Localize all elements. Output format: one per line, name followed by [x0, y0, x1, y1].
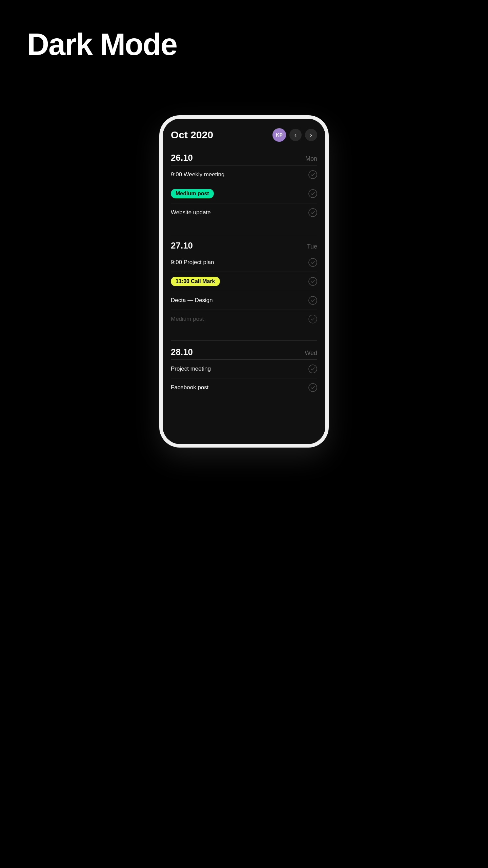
task-label: Website update: [171, 209, 211, 216]
day-name-28: Wed: [305, 350, 317, 357]
day-header-26: 26.10 Mon: [171, 153, 317, 163]
task-label-strikethrough: Medium post: [171, 316, 204, 322]
check-icon: [308, 258, 317, 267]
svg-point-2: [309, 209, 317, 217]
day-section-28: 28.10 Wed Project meeting Facebook post: [171, 347, 317, 397]
check-icon: [308, 208, 317, 217]
task-label: 9:00 Weekly meeting: [171, 171, 224, 178]
task-label: 9:00 Project plan: [171, 259, 214, 266]
task-badge-green: Medium post: [171, 189, 214, 198]
section-separator: [171, 340, 317, 341]
task-item[interactable]: Medium post: [171, 310, 317, 328]
calendar-header: Oct 2020 KP ‹ ›: [171, 128, 317, 142]
day-header-28: 28.10 Wed: [171, 347, 317, 357]
phone-mockup: Oct 2020 KP ‹ › 26.10 Mon 9:00 Weekly me…: [159, 115, 329, 448]
day-section-26: 26.10 Mon 9:00 Weekly meeting Medium pos…: [171, 153, 317, 222]
check-icon: [308, 296, 317, 305]
month-year-label: Oct 2020: [171, 129, 213, 141]
day-section-27: 27.10 Tue 9:00 Project plan 11:00 Call M…: [171, 240, 317, 328]
section-separator: [171, 234, 317, 234]
next-month-button[interactable]: ›: [305, 129, 317, 141]
check-icon: [308, 383, 317, 392]
svg-point-3: [309, 258, 317, 267]
svg-point-1: [309, 190, 317, 198]
header-controls: KP ‹ ›: [272, 128, 317, 142]
check-icon: [308, 170, 317, 179]
task-badge-yellow: 11:00 Call Mark: [171, 277, 220, 286]
svg-point-7: [309, 365, 317, 373]
check-icon: [308, 315, 317, 323]
day-name-26: Mon: [305, 155, 317, 162]
task-label: Decta — Design: [171, 297, 213, 304]
app-container: Oct 2020 KP ‹ › 26.10 Mon 9:00 Weekly me…: [163, 119, 325, 444]
task-item[interactable]: Website update: [171, 203, 317, 222]
day-name-27: Tue: [307, 243, 317, 250]
phone-screen: Oct 2020 KP ‹ › 26.10 Mon 9:00 Weekly me…: [163, 119, 325, 444]
svg-point-5: [309, 296, 317, 304]
task-item[interactable]: 9:00 Weekly meeting: [171, 165, 317, 184]
svg-point-4: [309, 277, 317, 285]
task-item[interactable]: Decta — Design: [171, 291, 317, 310]
avatar[interactable]: KP: [272, 128, 286, 142]
svg-point-8: [309, 383, 317, 392]
task-label: Facebook post: [171, 384, 209, 391]
check-icon: [308, 364, 317, 373]
section-gap: [171, 229, 317, 234]
day-date-26: 26.10: [171, 153, 193, 163]
task-item[interactable]: 9:00 Project plan: [171, 253, 317, 272]
section-gap: [171, 335, 317, 340]
day-header-27: 27.10 Tue: [171, 240, 317, 251]
task-item[interactable]: Facebook post: [171, 378, 317, 397]
task-label: Project meeting: [171, 366, 211, 372]
day-date-27: 27.10: [171, 240, 193, 251]
check-icon: [308, 189, 317, 198]
svg-point-6: [309, 315, 317, 323]
prev-month-button[interactable]: ‹: [289, 129, 302, 141]
page-title: Dark Mode: [27, 27, 177, 62]
task-item[interactable]: Medium post: [171, 184, 317, 203]
task-item[interactable]: Project meeting: [171, 360, 317, 378]
task-item[interactable]: 11:00 Call Mark: [171, 272, 317, 291]
check-icon: [308, 277, 317, 286]
day-date-28: 28.10: [171, 347, 193, 357]
svg-point-0: [309, 171, 317, 179]
